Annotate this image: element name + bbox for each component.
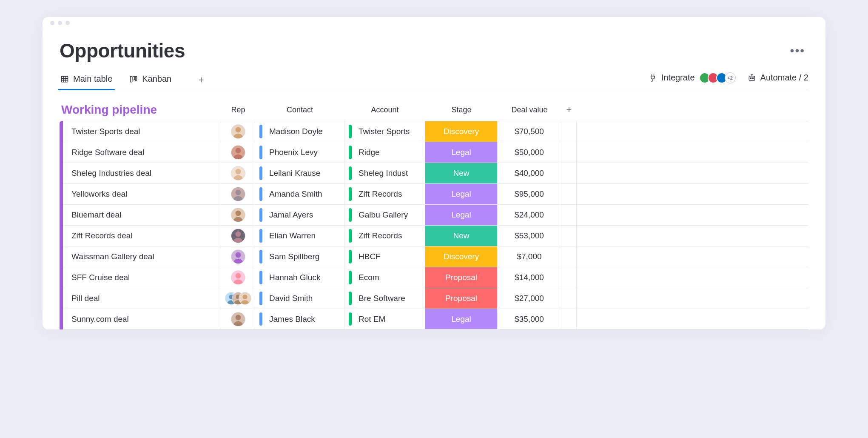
rep-cell[interactable] — [221, 184, 255, 204]
contact-cell[interactable]: David Smith — [255, 288, 344, 309]
table-row[interactable]: SFF Cruise dealHannah GluckEcomProposal$… — [63, 267, 808, 288]
account-cell[interactable]: Sheleg Indust — [344, 163, 425, 183]
stage-badge: Discovery — [425, 121, 497, 142]
rep-cell[interactable] — [221, 226, 255, 246]
stage-badge: Legal — [425, 184, 497, 204]
stage-cell[interactable]: Legal — [425, 205, 498, 225]
account-cell[interactable]: Ridge — [344, 142, 425, 163]
account-cell[interactable]: HBCF — [344, 246, 425, 267]
trailing-cell — [561, 267, 577, 288]
stage-cell[interactable]: Discovery — [425, 246, 498, 267]
rep-cell[interactable] — [221, 288, 255, 309]
rep-cell[interactable] — [221, 309, 255, 329]
svg-point-16 — [235, 211, 241, 216]
deal-value-cell[interactable]: $50,000 — [498, 142, 561, 163]
table-row[interactable]: Sunny.com dealJames BlackRot EMLegal$35,… — [63, 309, 808, 329]
deal-value-cell[interactable]: $35,000 — [498, 309, 561, 329]
contact-cell[interactable]: Amanda Smith — [255, 184, 344, 204]
contact-cell[interactable]: Madison Doyle — [255, 121, 344, 142]
deal-name-cell[interactable]: Bluemart deal — [63, 205, 221, 225]
deal-value-cell[interactable]: $7,000 — [498, 246, 561, 267]
contact-cell[interactable]: Phoenix Levy — [255, 142, 344, 163]
column-header-deal-value[interactable]: Deal value — [498, 106, 561, 115]
add-view-button[interactable]: + — [196, 75, 206, 85]
deal-value-cell[interactable]: $95,000 — [498, 184, 561, 204]
tab-main-table[interactable]: Main table — [60, 70, 113, 90]
contact-cell[interactable]: Sam Spillberg — [255, 246, 344, 267]
window-control-dot[interactable] — [58, 21, 62, 25]
group-title[interactable]: Working pipeline — [60, 103, 221, 117]
window-control-dot[interactable] — [65, 21, 70, 25]
integration-badge-more[interactable]: +2 — [725, 72, 736, 83]
stage-cell[interactable]: Discovery — [425, 121, 498, 142]
table-row[interactable]: Waissman Gallery dealSam SpillbergHBCFDi… — [63, 246, 808, 267]
account-cell[interactable]: Galbu Gallery — [344, 205, 425, 225]
rep-cell[interactable] — [221, 163, 255, 183]
deal-name-cell[interactable]: Zift Records deal — [63, 226, 221, 246]
rep-cell[interactable] — [221, 267, 255, 288]
rep-cell[interactable] — [221, 246, 255, 267]
window-control-dot[interactable] — [50, 21, 54, 25]
account-cell[interactable]: Twister Sports — [344, 121, 425, 142]
account-cell[interactable]: Zift Records — [344, 184, 425, 204]
tab-kanban[interactable]: Kanban — [128, 70, 172, 90]
deal-value-cell[interactable]: $14,000 — [498, 267, 561, 288]
account-cell[interactable]: Ecom — [344, 267, 425, 288]
deal-value-cell[interactable]: $53,000 — [498, 226, 561, 246]
account-cell[interactable]: Bre Software — [344, 288, 425, 309]
account-cell[interactable]: Zift Records — [344, 226, 425, 246]
link-indicator — [259, 146, 262, 160]
stage-cell[interactable]: Legal — [425, 309, 498, 329]
column-header-account[interactable]: Account — [344, 106, 425, 115]
deal-value-cell[interactable]: $27,000 — [498, 288, 561, 309]
contact-cell[interactable]: Hannah Gluck — [255, 267, 344, 288]
stage-cell[interactable]: Proposal — [425, 288, 498, 309]
deal-name-cell[interactable]: Sunny.com deal — [63, 309, 221, 329]
stage-label: Discovery — [444, 127, 479, 136]
deal-value-cell[interactable]: $70,500 — [498, 121, 561, 142]
rep-cell[interactable] — [221, 142, 255, 163]
contact-name: David Smith — [269, 294, 313, 303]
deal-value: $35,000 — [515, 315, 544, 324]
integrate-button[interactable]: Integrate +2 — [649, 72, 736, 83]
table-row[interactable]: Sheleg Industries dealLeilani KrauseShel… — [63, 163, 808, 183]
table-row[interactable]: Bluemart dealJamal AyersGalbu GalleryLeg… — [63, 204, 808, 225]
deal-name-cell[interactable]: Ridge Software deal — [63, 142, 221, 163]
deal-name-cell[interactable]: SFF Cruise deal — [63, 267, 221, 288]
stage-cell[interactable]: New — [425, 163, 498, 183]
contact-cell[interactable]: Jamal Ayers — [255, 205, 344, 225]
table-row[interactable]: Pill dealDavid SmithBre SoftwareProposal… — [63, 288, 808, 309]
deal-name-cell[interactable]: Pill deal — [63, 288, 221, 309]
deal-name: Sheleg Industries deal — [71, 169, 151, 178]
table-row[interactable]: Zift Records dealElian WarrenZift Record… — [63, 225, 808, 246]
table-row[interactable]: Ridge Software dealPhoenix LevyRidgeLega… — [63, 142, 808, 163]
rep-cell[interactable] — [221, 121, 255, 142]
stage-cell[interactable]: New — [425, 226, 498, 246]
contact-cell[interactable]: Leilani Krause — [255, 163, 344, 183]
stage-cell[interactable]: Legal — [425, 184, 498, 204]
column-header-contact[interactable]: Contact — [255, 106, 344, 115]
deal-name-cell[interactable]: Twister Sports deal — [63, 121, 221, 142]
deal-name-cell[interactable]: Yelloworks deal — [63, 184, 221, 204]
account-cell[interactable]: Rot EM — [344, 309, 425, 329]
deal-name-cell[interactable]: Waissman Gallery deal — [63, 246, 221, 267]
deal-value-cell[interactable]: $24,000 — [498, 205, 561, 225]
rep-cell[interactable] — [221, 205, 255, 225]
svg-point-28 — [242, 295, 247, 299]
svg-point-18 — [235, 232, 241, 237]
view-tabs: Main tableKanban+ — [60, 70, 206, 90]
stage-cell[interactable]: Proposal — [425, 267, 498, 288]
table-row[interactable]: Yelloworks dealAmanda SmithZift RecordsL… — [63, 183, 808, 204]
add-column-button[interactable]: + — [561, 104, 577, 115]
contact-cell[interactable]: Elian Warren — [255, 226, 344, 246]
column-header-rep[interactable]: Rep — [221, 106, 255, 115]
deal-name-cell[interactable]: Sheleg Industries deal — [63, 163, 221, 183]
deal-value-cell[interactable]: $40,000 — [498, 163, 561, 183]
contact-cell[interactable]: James Black — [255, 309, 344, 329]
column-header-stage[interactable]: Stage — [425, 106, 498, 115]
more-options-button[interactable]: ••• — [787, 42, 808, 59]
table-row[interactable]: Twister Sports dealMadison DoyleTwister … — [63, 121, 808, 142]
stage-cell[interactable]: Legal — [425, 142, 498, 163]
contact-name: Madison Doyle — [269, 127, 323, 136]
automate-button[interactable]: Automate / 2 — [748, 73, 808, 83]
